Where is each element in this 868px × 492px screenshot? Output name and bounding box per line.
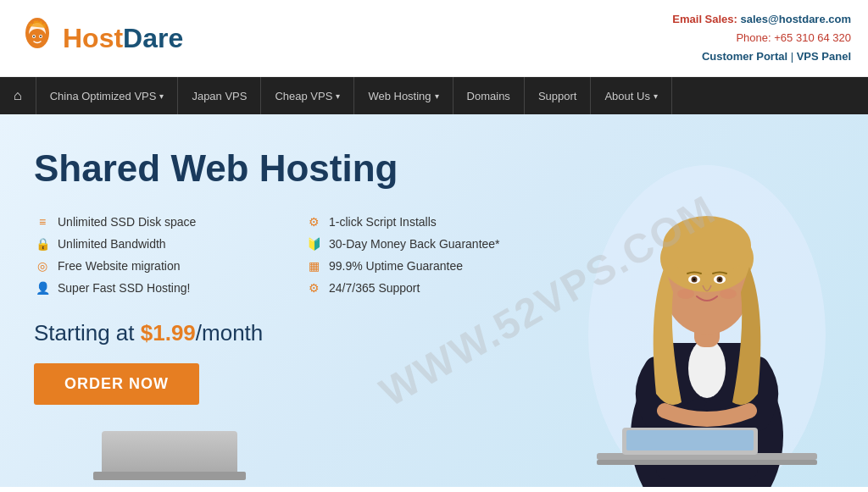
svg-point-10 (688, 339, 726, 398)
pricing-prefix: Starting at (34, 320, 141, 346)
svg-point-22 (720, 289, 737, 299)
feature-migration-label: Free Website migration (58, 259, 180, 273)
nav-item-cheap-vps[interactable]: Cheap VPS ▾ (261, 77, 354, 114)
dropdown-arrow-china: ▾ (159, 91, 164, 101)
pricing-line: Starting at $1.99/month (34, 320, 559, 346)
nav-item-japan-vps[interactable]: Japan VPS (178, 77, 261, 114)
phone-line: Phone: +65 310 64 320 (672, 29, 851, 47)
feature-support: ⚙ 24/7/365 Support (305, 281, 559, 295)
svg-point-2 (28, 29, 47, 47)
feature-bandwidth: 🔒 Unlimited Bandwidth (34, 237, 288, 251)
ssd-icon: 👤 (34, 282, 51, 294)
logo-text: HostDare (63, 23, 183, 54)
svg-point-21 (677, 289, 694, 299)
logo-area: HostDare (17, 18, 183, 58)
navigation: ⌂ China Optimized VPS ▾ Japan VPS Cheap … (0, 77, 868, 114)
svg-point-20 (719, 279, 721, 281)
feature-disk-space: ≡ Unlimited SSD Disk space (34, 215, 288, 229)
nav-item-china-vps[interactable]: China Optimized VPS ▾ (36, 77, 179, 114)
email-link[interactable]: sales@hostdare.com (741, 13, 851, 25)
email-line: Email Sales: sales@hostdare.com (672, 10, 851, 29)
dropdown-arrow-webhosting: ▾ (435, 91, 439, 101)
laptop-decoration (85, 428, 254, 487)
feature-money-label: 30-Day Money Back Guarantee* (329, 237, 500, 251)
home-icon: ⌂ (14, 88, 22, 103)
feature-migration: ◎ Free Website migration (34, 259, 288, 273)
hero-image (571, 123, 843, 487)
svg-rect-25 (626, 430, 754, 451)
vps-panel-link[interactable]: VPS Panel (797, 50, 851, 63)
svg-rect-26 (597, 460, 817, 465)
svg-point-6 (40, 36, 42, 37)
portal-line: Customer Portal | VPS Panel (672, 47, 851, 66)
top-bar: HostDare Email Sales: sales@hostdare.com… (0, 0, 868, 77)
money-icon: 🔰 (305, 238, 322, 250)
bandwidth-icon: 🔒 (34, 238, 51, 250)
pricing-value: $1.99 (141, 320, 196, 346)
feature-ssd-label: Super Fast SSD Hosting! (58, 281, 190, 295)
features-grid: ≡ Unlimited SSD Disk space ⚙ 1-click Scr… (34, 215, 559, 295)
dropdown-arrow-cheap: ▾ (336, 91, 340, 101)
feature-bandwidth-label: Unlimited Bandwidth (58, 237, 166, 251)
contact-info: Email Sales: sales@hostdare.com Phone: +… (672, 10, 851, 66)
customer-portal-link[interactable]: Customer Portal (702, 50, 787, 63)
svg-point-5 (33, 36, 35, 37)
feature-money-back: 🔰 30-Day Money Back Guarantee* (305, 237, 559, 251)
disk-icon: ≡ (34, 216, 51, 228)
feature-disk-label: Unlimited SSD Disk space (58, 215, 196, 229)
hero-content: Shared Web Hosting ≡ Unlimited SSD Disk … (34, 148, 559, 404)
feature-uptime: ▦ 99.9% Uptime Guarantee (305, 259, 559, 273)
nav-item-about-us[interactable]: About Us ▾ (591, 77, 671, 114)
support-icon: ⚙ (305, 282, 322, 294)
order-now-button[interactable]: ORDER NOW (34, 363, 199, 405)
logo-icon (17, 18, 58, 58)
hero-section: Shared Web Hosting ≡ Unlimited SSD Disk … (0, 114, 868, 487)
feature-ssd-hosting: 👤 Super Fast SSD Hosting! (34, 281, 288, 295)
nav-item-web-hosting[interactable]: Web Hosting ▾ (354, 77, 453, 114)
svg-point-19 (693, 279, 696, 281)
nav-item-domains[interactable]: Domains (453, 77, 525, 114)
dropdown-arrow-about: ▾ (654, 91, 658, 101)
pricing-suffix: /month (196, 320, 264, 346)
feature-support-label: 24/7/365 Support (329, 281, 420, 295)
feature-script-label: 1-click Script Installs (329, 215, 437, 229)
feature-uptime-label: 99.9% Uptime Guarantee (329, 259, 463, 273)
feature-script-installs: ⚙ 1-click Script Installs (305, 215, 559, 229)
nav-item-support[interactable]: Support (525, 77, 592, 114)
hero-title: Shared Web Hosting (34, 148, 559, 189)
svg-point-14 (663, 216, 751, 275)
script-icon: ⚙ (305, 216, 322, 228)
nav-home-button[interactable]: ⌂ (0, 77, 36, 114)
migration-icon: ◎ (34, 260, 51, 272)
uptime-icon: ▦ (305, 260, 322, 272)
